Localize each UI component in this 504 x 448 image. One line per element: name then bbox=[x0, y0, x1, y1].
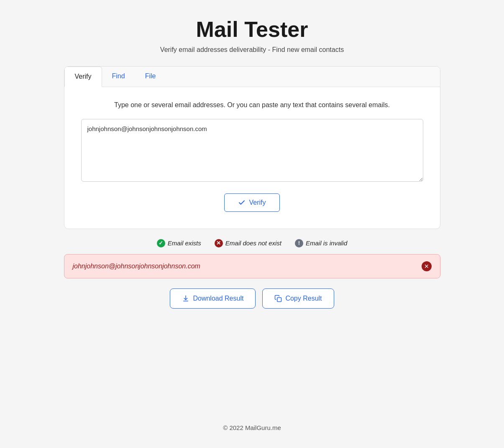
result-close-button[interactable]: ✕ bbox=[422, 261, 432, 271]
exists-icon: ✓ bbox=[157, 239, 165, 247]
not-exist-label: Email does not exist bbox=[225, 239, 281, 247]
download-icon bbox=[182, 295, 189, 302]
card-body: Type one or several email addresses. Or … bbox=[64, 87, 440, 229]
legend-not-exist: ✕ Email does not exist bbox=[215, 239, 281, 247]
page-subtitle: Verify email addresses deliverability - … bbox=[160, 46, 344, 54]
exists-label: Email exists bbox=[168, 239, 201, 247]
close-icon: ✕ bbox=[424, 263, 429, 270]
download-result-button[interactable]: Download Result bbox=[170, 288, 256, 309]
not-exist-icon: ✕ bbox=[215, 239, 223, 247]
tab-find[interactable]: Find bbox=[102, 67, 135, 87]
invalid-icon: ! bbox=[295, 239, 303, 247]
download-result-label: Download Result bbox=[193, 295, 243, 302]
email-input[interactable]: johnjohnson@johnsonjohnsonjohnson.com bbox=[81, 119, 423, 182]
tab-verify[interactable]: Verify bbox=[64, 67, 102, 87]
copy-result-label: Copy Result bbox=[285, 295, 322, 302]
copy-icon bbox=[274, 295, 282, 302]
footer: © 2022 MailGuru.me bbox=[223, 412, 281, 431]
verify-check-icon bbox=[238, 199, 246, 206]
action-buttons: Download Result Copy Result bbox=[170, 288, 334, 309]
result-row: johnjohnson@johnsonjohnsonjohnson.com ✕ bbox=[64, 254, 440, 278]
main-card: Verify Find File Type one or several ema… bbox=[64, 66, 440, 229]
legend-exists: ✓ Email exists bbox=[157, 239, 201, 247]
tab-bar: Verify Find File bbox=[64, 67, 440, 87]
svg-rect-0 bbox=[277, 297, 281, 301]
tab-file[interactable]: File bbox=[135, 67, 166, 87]
result-email: johnjohnson@johnsonjohnsonjohnson.com bbox=[73, 263, 200, 270]
instruction-text: Type one or several email addresses. Or … bbox=[81, 100, 423, 111]
legend-invalid: ! Email is invalid bbox=[295, 239, 347, 247]
verify-button[interactable]: Verify bbox=[224, 193, 279, 212]
invalid-label: Email is invalid bbox=[306, 239, 347, 247]
legend: ✓ Email exists ✕ Email does not exist ! … bbox=[157, 239, 347, 247]
footer-text: © 2022 MailGuru.me bbox=[223, 424, 281, 431]
copy-result-button[interactable]: Copy Result bbox=[262, 288, 334, 309]
verify-button-wrapper: Verify bbox=[81, 193, 423, 212]
page-title: Mail Tester bbox=[196, 17, 308, 42]
verify-button-label: Verify bbox=[249, 199, 266, 206]
